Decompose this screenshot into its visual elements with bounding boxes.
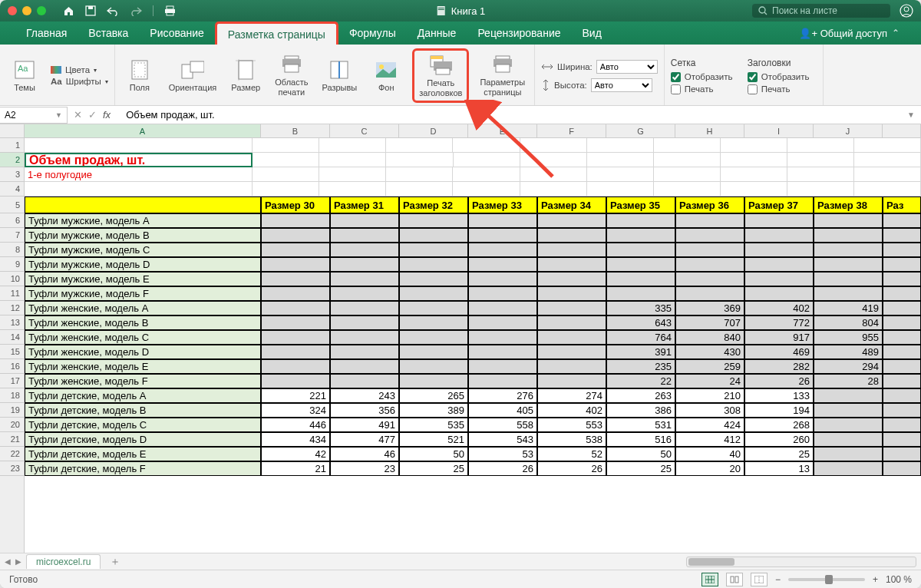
- row-header-22[interactable]: 22: [0, 447, 24, 461]
- cell[interactable]: [883, 315, 921, 330]
- cell[interactable]: 13: [744, 461, 814, 476]
- row-header-5[interactable]: 5: [0, 197, 24, 213]
- cell[interactable]: [883, 388, 921, 403]
- collapse-ribbon-button[interactable]: ⌃: [892, 28, 900, 38]
- view-page-layout-button[interactable]: [726, 573, 743, 586]
- background-button[interactable]: Фон: [368, 58, 404, 94]
- cell[interactable]: [330, 286, 399, 301]
- tab-data[interactable]: Данные: [407, 21, 467, 45]
- cell[interactable]: [330, 257, 399, 272]
- tab-page-layout[interactable]: Разметка страницы: [215, 21, 338, 45]
- cell[interactable]: 40: [675, 447, 744, 461]
- themes-button[interactable]: Aa Темы: [6, 58, 43, 94]
- row-header-10[interactable]: 10: [0, 272, 24, 286]
- cell[interactable]: 538: [537, 432, 606, 447]
- cell[interactable]: [883, 301, 921, 315]
- cell[interactable]: 446: [261, 418, 330, 432]
- scale-height-row[interactable]: Высота:Авто: [541, 78, 658, 92]
- view-page-break-button[interactable]: [751, 573, 768, 586]
- row-header-7[interactable]: 7: [0, 228, 24, 243]
- cell[interactable]: [883, 257, 921, 272]
- row-header-18[interactable]: 18: [0, 388, 24, 403]
- cell[interactable]: [261, 257, 330, 272]
- cell[interactable]: [330, 228, 399, 243]
- cell[interactable]: 24: [675, 374, 744, 388]
- cell[interactable]: [744, 213, 814, 228]
- cell[interactable]: [399, 374, 468, 388]
- cell[interactable]: 917: [744, 330, 814, 345]
- print-icon[interactable]: [164, 5, 176, 16]
- cell[interactable]: [386, 182, 453, 197]
- cell[interactable]: [330, 301, 399, 315]
- cell[interactable]: [721, 153, 787, 167]
- select-all-button[interactable]: [0, 124, 25, 138]
- cell[interactable]: [537, 345, 606, 359]
- cell[interactable]: 324: [261, 403, 330, 418]
- column-header-B[interactable]: B: [261, 124, 330, 137]
- confirm-edit-button[interactable]: ✓: [88, 109, 97, 121]
- cell[interactable]: 263: [606, 388, 675, 403]
- cell[interactable]: [787, 182, 854, 197]
- cell[interactable]: 430: [675, 345, 744, 359]
- cell[interactable]: [883, 418, 921, 432]
- row-header-20[interactable]: 20: [0, 418, 24, 432]
- row-header-14[interactable]: 14: [0, 330, 24, 345]
- breaks-button[interactable]: Разрывы: [319, 58, 360, 94]
- cell[interactable]: [330, 272, 399, 286]
- cell[interactable]: 707: [675, 315, 744, 330]
- cell[interactable]: [399, 286, 468, 301]
- cell[interactable]: [814, 447, 883, 461]
- cell[interactable]: [330, 213, 399, 228]
- cell[interactable]: [675, 286, 744, 301]
- cell[interactable]: Размер 34: [537, 197, 606, 213]
- cell[interactable]: 772: [744, 315, 814, 330]
- cell[interactable]: 265: [399, 388, 468, 403]
- cell[interactable]: Туфли женские, модель A: [25, 301, 261, 315]
- cell[interactable]: [468, 243, 537, 257]
- cell[interactable]: [883, 330, 921, 345]
- cell[interactable]: [399, 301, 468, 315]
- cell[interactable]: [537, 213, 606, 228]
- minimize-window-button[interactable]: [22, 6, 31, 15]
- cell[interactable]: [330, 359, 399, 374]
- cell[interactable]: 25: [606, 461, 675, 476]
- cell[interactable]: 412: [675, 432, 744, 447]
- size-button[interactable]: Размер: [227, 58, 264, 94]
- cell[interactable]: 764: [606, 330, 675, 345]
- cell[interactable]: [814, 213, 883, 228]
- cell[interactable]: 402: [537, 403, 606, 418]
- cell[interactable]: Размер 31: [330, 197, 399, 213]
- expand-formula-button[interactable]: ▼: [901, 111, 921, 119]
- row-header-17[interactable]: 17: [0, 374, 24, 388]
- row-header-8[interactable]: 8: [0, 243, 24, 257]
- cell[interactable]: [787, 138, 854, 153]
- cell[interactable]: [744, 257, 814, 272]
- cell[interactable]: [399, 315, 468, 330]
- cell[interactable]: [253, 138, 319, 153]
- cell[interactable]: [468, 272, 537, 286]
- cell[interactable]: 25: [744, 447, 814, 461]
- cell[interactable]: Туфли детские, модель D: [25, 432, 261, 447]
- cell[interactable]: [386, 167, 453, 182]
- cell[interactable]: [537, 315, 606, 330]
- column-header-H[interactable]: H: [675, 124, 744, 137]
- cell[interactable]: 53: [468, 447, 537, 461]
- cell[interactable]: 419: [814, 301, 883, 315]
- cell[interactable]: 535: [399, 418, 468, 432]
- row-header-15[interactable]: 15: [0, 345, 24, 359]
- row-header-13[interactable]: 13: [0, 315, 24, 330]
- cell[interactable]: 402: [744, 301, 814, 315]
- cell[interactable]: [654, 182, 721, 197]
- cell[interactable]: [814, 432, 883, 447]
- cell[interactable]: [675, 243, 744, 257]
- cell[interactable]: Туфли женские, модель F: [25, 374, 261, 388]
- cell[interactable]: [587, 167, 654, 182]
- tab-home[interactable]: Главная: [15, 21, 78, 45]
- redo-icon[interactable]: [130, 6, 142, 16]
- cell[interactable]: [854, 182, 921, 197]
- view-normal-button[interactable]: [701, 573, 718, 586]
- cell[interactable]: Размер 35: [606, 197, 675, 213]
- cell[interactable]: [319, 153, 386, 167]
- column-header-J[interactable]: J: [814, 124, 883, 137]
- cell[interactable]: [468, 345, 537, 359]
